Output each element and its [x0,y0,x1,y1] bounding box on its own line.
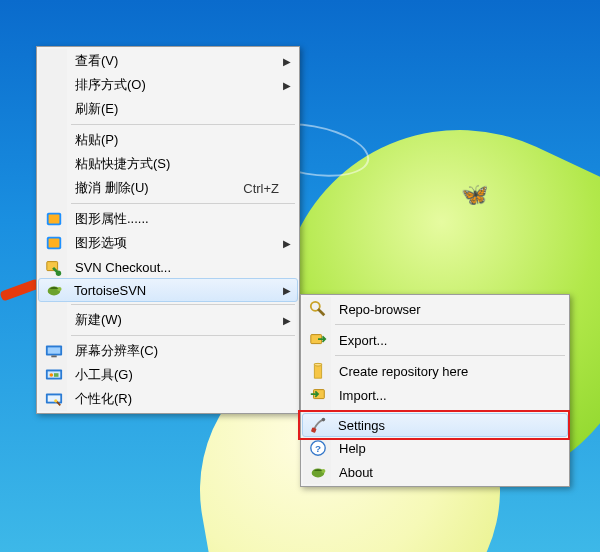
submenu-arrow-icon: ▶ [283,80,291,91]
menu-item-label: Import... [339,388,549,403]
svg-point-13 [50,373,54,377]
menu-separator [335,324,565,325]
menu-item-粘贴-p[interactable]: 粘贴(P) [39,128,297,152]
svg-text:?: ? [315,443,321,454]
menu-item-label: Help [339,441,549,456]
tortoisesvn-submenu: Repo-browserExport...Create repository h… [300,294,570,487]
desktop-context-menu: 查看(V)▶排序方式(O)▶刷新(E)粘贴(P)粘贴快捷方式(S)撤消 删除(U… [36,46,300,414]
export-icon [308,330,328,350]
menu-item-刷新-e[interactable]: 刷新(E) [39,97,297,121]
menu-item-label: 粘贴(P) [75,131,279,149]
no-icon [44,178,64,198]
svg-rect-1 [49,215,60,224]
intel-icon [44,233,64,253]
svg-point-20 [314,363,321,366]
menu-item-settings[interactable]: Settings [302,413,568,437]
tortoise-icon [44,280,64,300]
repo-browser-icon [308,299,328,319]
submenu-arrow-icon: ▶ [283,315,291,326]
menu-item-label: 个性化(R) [75,390,279,408]
menu-item-图形选项[interactable]: 图形选项▶ [39,231,297,255]
menu-item-label: 排序方式(O) [75,76,279,94]
resolution-icon [44,341,64,361]
no-icon [44,99,64,119]
about-icon [308,462,328,482]
menu-item-小工具-g[interactable]: 小工具(G) [39,363,297,387]
no-icon [44,75,64,95]
no-icon [44,310,64,330]
menu-item-tortoisesvn[interactable]: TortoiseSVN▶ [38,278,298,302]
menu-item-label: SVN Checkout... [75,260,279,275]
menu-item-svn-checkout[interactable]: SVN Checkout... [39,255,297,279]
gadgets-icon [44,365,64,385]
menu-item-label: 刷新(E) [75,100,279,118]
menu-item-import[interactable]: Import... [303,383,567,407]
personalize-icon [44,389,64,409]
svn-checkout-icon [44,257,64,277]
menu-item-help[interactable]: ?Help [303,436,567,460]
intel-icon [44,209,64,229]
menu-item-label: 小工具(G) [75,366,279,384]
menu-item-撤消-删除-u[interactable]: 撤消 删除(U)Ctrl+Z [39,176,297,200]
menu-item-label: 图形属性...... [75,210,279,228]
menu-item-屏幕分辨率-c[interactable]: 屏幕分辨率(C) [39,339,297,363]
menu-item-个性化-r[interactable]: 个性化(R) [39,387,297,411]
menu-item-排序方式-o[interactable]: 排序方式(O)▶ [39,73,297,97]
menu-separator [71,203,295,204]
menu-item-图形属性[interactable]: 图形属性...... [39,207,297,231]
svg-point-7 [57,287,61,291]
no-icon [44,51,64,71]
menu-item-label: Create repository here [339,364,549,379]
menu-separator [71,335,295,336]
no-icon [44,154,64,174]
svg-rect-14 [54,373,59,377]
menu-item-repo-browser[interactable]: Repo-browser [303,297,567,321]
import-icon [308,385,328,405]
menu-item-label: Settings [338,418,550,433]
menu-item-查看-v[interactable]: 查看(V)▶ [39,49,297,73]
svg-point-5 [56,271,61,276]
svg-rect-10 [51,356,56,358]
menu-item-label: Export... [339,333,549,348]
settings-icon [308,415,328,435]
menu-separator [335,355,565,356]
svg-point-23 [322,418,326,422]
create-repo-icon [308,361,328,381]
menu-item-create-repository-here[interactable]: Create repository here [303,359,567,383]
menu-item-label: 图形选项 [75,234,279,252]
svg-point-17 [54,399,57,402]
menu-item-label: 粘贴快捷方式(S) [75,155,279,173]
submenu-arrow-icon: ▶ [283,56,291,67]
menu-item-label: 撤消 删除(U) [75,179,223,197]
menu-item-label: TortoiseSVN [74,283,280,298]
menu-item-about[interactable]: About [303,460,567,484]
menu-item-label: Repo-browser [339,302,549,317]
svg-rect-16 [48,395,61,401]
submenu-arrow-icon: ▶ [283,238,291,249]
svg-rect-3 [49,239,60,248]
menu-item-shortcut: Ctrl+Z [223,181,279,196]
menu-separator [335,410,565,411]
help-icon: ? [308,438,328,458]
submenu-arrow-icon: ▶ [283,285,291,296]
menu-item-label: About [339,465,549,480]
menu-item-新建-w[interactable]: 新建(W)▶ [39,308,297,332]
menu-item-粘贴快捷方式-s[interactable]: 粘贴快捷方式(S) [39,152,297,176]
no-icon [44,130,64,150]
menu-item-export[interactable]: Export... [303,328,567,352]
menu-separator [71,124,295,125]
menu-separator [71,304,295,305]
svg-rect-22 [311,427,317,433]
menu-item-label: 新建(W) [75,311,279,329]
menu-item-label: 屏幕分辨率(C) [75,342,279,360]
menu-item-label: 查看(V) [75,52,279,70]
svg-rect-9 [48,347,61,353]
